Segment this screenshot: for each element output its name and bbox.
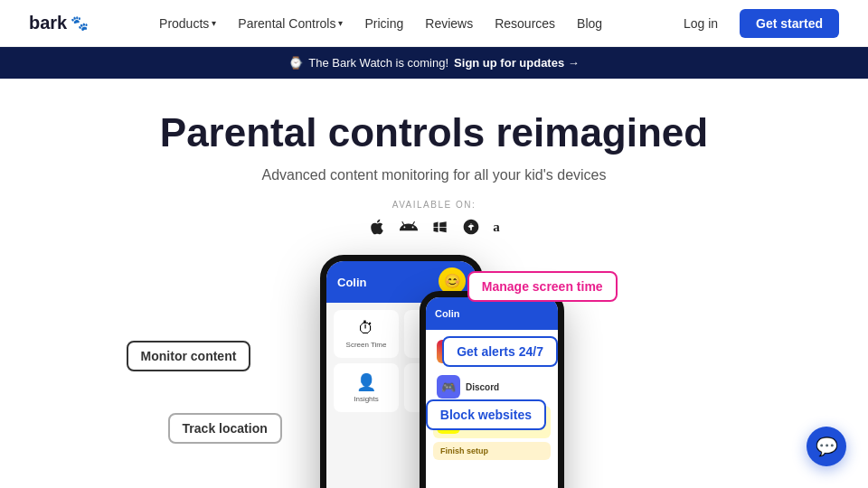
available-on: AVAILABLE ON: a <box>368 200 500 237</box>
chat-button[interactable]: 💬 <box>807 427 846 466</box>
phone-child-name: Colin <box>337 276 367 289</box>
feature-label-block: Block websites <box>426 399 546 430</box>
feature-label-alerts: Get alerts 24/7 <box>442 336 558 367</box>
nav-products[interactable]: Products ▾ <box>159 16 216 31</box>
apple-icon <box>368 218 386 236</box>
nav-links: Products ▾ Parental Controls ▾ Pricing R… <box>159 16 602 31</box>
navbar: bark 🐾 Products ▾ Parental Controls ▾ Pr… <box>0 0 868 47</box>
get-started-button[interactable]: Get started <box>740 9 839 38</box>
available-label: AVAILABLE ON: <box>392 200 476 210</box>
nav-resources[interactable]: Resources <box>495 16 555 31</box>
chevron-down-icon: ▾ <box>338 18 343 28</box>
logo-text: bark <box>29 13 67 33</box>
nav-blog[interactable]: Blog <box>577 16 602 31</box>
watch-icon: ⌚ <box>288 56 303 70</box>
announcement-bar: ⌚ The Bark Watch is coming! Sign up for … <box>0 47 868 79</box>
nav-pricing[interactable]: Pricing <box>364 16 403 31</box>
finish-setup-banner[interactable]: Finish setup <box>433 442 551 460</box>
chat-icon: 💬 <box>816 436 838 457</box>
phone-menu-screen-time: ⏱ Screen Time <box>334 310 399 358</box>
chevron-down-icon: ▾ <box>212 18 216 28</box>
amazon-icon: a <box>493 220 500 235</box>
nav-parental-controls[interactable]: Parental Controls ▾ <box>238 16 343 31</box>
announce-text: The Bark Watch is coming! <box>308 56 448 70</box>
feature-label-screen-time: Manage screen time <box>467 271 618 302</box>
logo[interactable]: bark 🐾 <box>29 13 89 33</box>
announce-link[interactable]: Sign up for updates → <box>454 56 580 70</box>
phone-area: Manage screen time Get alerts 24/7 Block… <box>18 255 850 488</box>
hero-title: Parental controls reimagined <box>160 111 708 155</box>
feature-label-location: Track location <box>168 413 282 444</box>
app-item-discord: 🎮 Discord <box>433 371 551 403</box>
nav-right: Log in Get started <box>673 9 839 38</box>
chrome-icon <box>462 218 480 236</box>
feature-label-monitor: Monitor content <box>127 341 251 371</box>
hero-subtitle: Advanced content monitoring for all your… <box>261 167 606 183</box>
logo-icon: 🐾 <box>71 14 89 32</box>
login-button[interactable]: Log in <box>673 11 729 36</box>
hero-section: Parental controls reimagined Advanced co… <box>0 79 868 488</box>
nav-reviews[interactable]: Reviews <box>425 16 473 31</box>
platform-icons: a <box>368 217 500 237</box>
phone-menu-insights: 👤 Insights <box>334 363 399 412</box>
android-icon <box>399 217 419 237</box>
windows-icon <box>431 218 449 236</box>
